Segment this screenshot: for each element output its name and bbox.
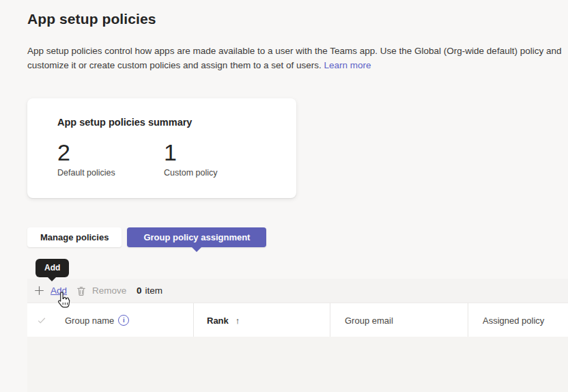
trash-icon <box>76 285 87 296</box>
item-count-value: 0 <box>137 285 142 296</box>
add-tooltip: Add <box>36 259 69 277</box>
column-header-assigned-policy-label: Assigned policy <box>483 316 544 326</box>
stat-custom-policy-value: 1 <box>164 139 218 165</box>
sort-ascending-icon: ↑ <box>236 316 240 326</box>
column-divider <box>193 303 194 337</box>
stat-custom-policy: 1 Custom policy <box>164 139 218 178</box>
page-title: App setup policies <box>27 11 156 27</box>
page-description: App setup policies control how apps are … <box>27 44 567 72</box>
column-header-group-name-label: Group name <box>65 316 114 326</box>
summary-card-title: App setup policies summary <box>57 117 192 128</box>
stat-custom-policy-label: Custom policy <box>164 168 218 178</box>
column-header-rank[interactable]: Rank ↑ <box>207 303 240 337</box>
active-tab-caret <box>192 247 201 252</box>
checkmark-icon <box>37 316 46 325</box>
table-body-empty <box>27 337 568 392</box>
add-button-label: Add <box>51 285 67 296</box>
stat-default-policies-label: Default policies <box>57 168 115 178</box>
info-icon[interactable]: i <box>118 315 129 326</box>
toolbar: Add Remove 0 item <box>27 279 568 303</box>
column-header-group-email-label: Group email <box>345 316 393 326</box>
column-header-group-email[interactable]: Group email <box>345 303 393 337</box>
tooltip-caret <box>47 277 57 281</box>
summary-card: App setup policies summary 2 Default pol… <box>27 98 296 198</box>
item-count-label: item <box>145 285 163 296</box>
tab-bar: Manage policies Group policy assignment <box>27 227 266 247</box>
page-description-text: App setup policies control how apps are … <box>27 46 561 70</box>
column-divider <box>468 303 468 337</box>
stat-default-policies-value: 2 <box>57 139 115 165</box>
add-tooltip-text: Add <box>44 263 60 272</box>
table-header: Group name i Rank ↑ Group email Assigned… <box>27 303 568 337</box>
learn-more-link[interactable]: Learn more <box>324 60 371 70</box>
plus-icon <box>34 285 44 296</box>
select-all-checkbox[interactable] <box>37 303 46 337</box>
stat-default-policies: 2 Default policies <box>57 139 115 178</box>
column-header-group-name[interactable]: Group name i <box>65 303 129 337</box>
app-setup-policies-page: App setup policies App setup policies co… <box>0 0 568 392</box>
tab-manage-policies[interactable]: Manage policies <box>27 227 122 247</box>
tab-group-policy-assignment-label: Group policy assignment <box>143 232 250 242</box>
remove-button[interactable]: Remove <box>76 279 126 303</box>
column-divider <box>330 303 330 337</box>
item-count: 0 item <box>137 279 162 303</box>
remove-button-label: Remove <box>92 285 126 296</box>
column-header-rank-label: Rank <box>207 316 229 326</box>
add-button[interactable]: Add <box>34 279 67 303</box>
tab-group-policy-assignment[interactable]: Group policy assignment <box>127 227 266 247</box>
column-header-assigned-policy[interactable]: Assigned policy <box>483 303 544 337</box>
